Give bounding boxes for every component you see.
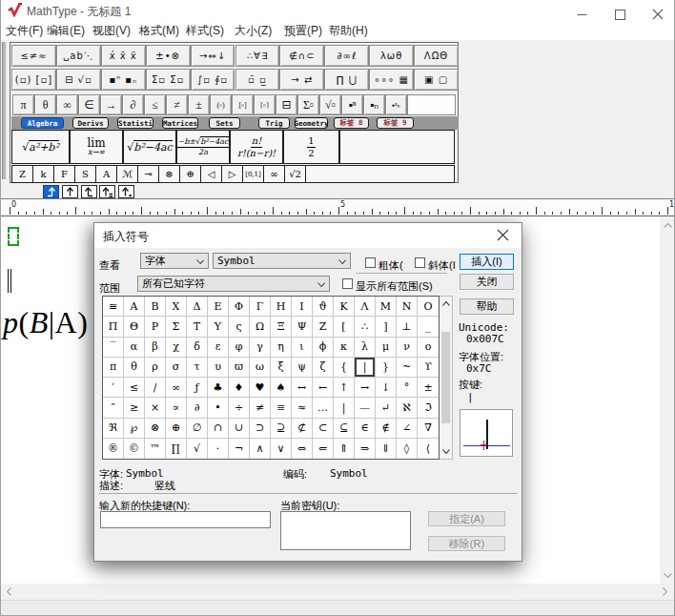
symbol-cell[interactable]: ∴	[355, 317, 376, 337]
ruler[interactable]: 0510	[0, 198, 675, 216]
template-palette-button-4[interactable]: Σ▫ Σ▫	[146, 69, 191, 91]
symbol-cell[interactable]: ε	[208, 338, 229, 358]
symbol-cell[interactable]: μ	[376, 338, 397, 358]
symbol-cell[interactable]: {	[334, 358, 355, 378]
symbol-cell[interactable]: ©	[124, 439, 145, 459]
symbol-cell[interactable]: υ	[208, 358, 229, 378]
small-bar-button-8[interactable]: ≠	[166, 94, 188, 115]
toolbar-gripper[interactable]	[2, 42, 7, 179]
tab-stop-decimal-button[interactable]	[99, 185, 115, 198]
symbol-cell[interactable]: —	[355, 398, 376, 418]
symbol-cell[interactable]: Z	[313, 317, 334, 337]
symbol-cell[interactable]: ⊇	[271, 419, 292, 439]
symbol-cell[interactable]: N	[397, 297, 418, 317]
palette-tab-标签-9[interactable]: 标签 9	[377, 117, 414, 129]
palette-tab-derivs[interactable]: Derivs	[72, 117, 109, 129]
symbol-cell[interactable]: ∏	[166, 439, 187, 459]
template-palette-button-8[interactable]: ∏ ⋃	[324, 69, 369, 91]
menu-item-5[interactable]: 样式(S)	[186, 23, 224, 39]
symbol-cell[interactable]: ⇐	[313, 439, 334, 459]
symbol-cell[interactable]: τ	[187, 358, 208, 378]
show-all-ranges-checkbox[interactable]	[342, 278, 353, 289]
symbol-palette-button-3[interactable]: x́ x̄ ẍ	[101, 45, 146, 67]
small-bar-button-12[interactable]: {▫}	[254, 94, 276, 115]
symbol-cell[interactable]: ♦	[229, 378, 250, 398]
symbol-cell[interactable]: λ	[355, 338, 376, 358]
symbol-cell[interactable]: ⊆	[334, 419, 355, 439]
font-name-combobox[interactable]: Symbol	[213, 253, 351, 269]
symbol-cell[interactable]: ×	[145, 398, 166, 418]
symbol-cell[interactable]: ψ	[292, 358, 313, 378]
symbol-cell[interactable]: °	[397, 378, 418, 398]
menu-item-4[interactable]: 格式(M)	[139, 23, 179, 39]
symbol-cell[interactable]: ⊃	[250, 419, 271, 439]
symbol-cell[interactable]: ≅	[103, 297, 124, 317]
symbol-cell[interactable]: M	[376, 297, 397, 317]
tab-stop-bar-button[interactable]	[118, 185, 134, 198]
vertical-scrollbar[interactable]	[660, 216, 675, 584]
symbol-palette-button-8[interactable]: ∂∞ℓ	[324, 45, 369, 67]
symbol-cell[interactable]: π	[103, 358, 124, 378]
symbol-cell[interactable]: Θ	[124, 317, 145, 337]
horizontal-scrollbar[interactable]	[0, 584, 675, 600]
close-dialog-button[interactable]: 关闭	[460, 274, 514, 290]
symbol-cell[interactable]: ν	[397, 338, 418, 358]
user-symbol-button-8[interactable]: ⊗	[159, 166, 179, 182]
menu-item-8[interactable]: 帮助(H)	[329, 23, 368, 39]
expr-limit-button[interactable]: limx→∞	[71, 131, 122, 163]
tab-stop-right-button[interactable]	[81, 185, 97, 198]
small-bar-button-16[interactable]: ▪ⁿ	[341, 94, 363, 115]
symbol-cell[interactable]: Y	[208, 317, 229, 337]
symbol-cell[interactable]: ϕ	[313, 338, 334, 358]
symbol-cell[interactable]: ∉	[376, 419, 397, 439]
symbol-cell[interactable]: ρ	[145, 358, 166, 378]
symbol-cell[interactable]: ∈	[355, 419, 376, 439]
user-symbol-button-5[interactable]: A	[96, 166, 116, 182]
symbol-cell[interactable]: ℜ	[103, 419, 124, 439]
symbol-cell[interactable]: ♠	[271, 378, 292, 398]
symbol-cell[interactable]: ⊗	[145, 419, 166, 439]
bold-checkbox[interactable]	[365, 257, 376, 268]
symbol-cell[interactable]: ∠	[397, 419, 418, 439]
symbol-palette-button-7[interactable]: ∉∩⊂	[279, 45, 324, 67]
symbol-cell[interactable]: ⇓	[376, 439, 397, 459]
user-symbol-button-4[interactable]: S	[75, 166, 95, 182]
symbol-cell[interactable]: X	[166, 297, 187, 317]
dialog-close-button[interactable]	[488, 223, 517, 247]
symbol-cell[interactable]: |	[355, 358, 376, 378]
symbol-cell[interactable]: ℵ	[397, 398, 418, 418]
symbol-palette-button-2[interactable]: ␣ab⋱	[56, 45, 101, 67]
menu-item-3[interactable]: 视图(V)	[92, 23, 131, 39]
symbol-cell[interactable]: γ	[250, 338, 271, 358]
palette-tab-sets[interactable]: Sets	[209, 117, 240, 129]
palette-tab-trig[interactable]: Trig	[258, 117, 290, 129]
template-palette-button-10[interactable]: ▣ ▢	[414, 69, 459, 91]
symbol-cell[interactable]: ⟨	[418, 439, 439, 459]
menu-item-6[interactable]: 大小(Z)	[235, 23, 272, 39]
symbol-cell[interactable]: β	[145, 338, 166, 358]
template-palette-button-7[interactable]: → ⇄	[279, 69, 324, 91]
symbol-cell[interactable]: Φ	[229, 297, 250, 317]
symbol-cell[interactable]: Ξ	[271, 317, 292, 337]
symbol-cell[interactable]: ∅	[187, 419, 208, 439]
user-symbol-button-12[interactable]: [0,1]	[243, 166, 263, 182]
symbol-cell[interactable]: ⇔	[292, 439, 313, 459]
user-symbol-button-14[interactable]: √2	[285, 166, 305, 182]
small-bar-button-5[interactable]: →	[100, 94, 122, 115]
symbol-palette-button-5[interactable]: →⇔↓	[191, 45, 235, 67]
symbol-cell[interactable]: •	[208, 398, 229, 418]
symbol-cell[interactable]: }	[376, 358, 397, 378]
template-palette-button-1[interactable]: (▫) [▫]	[11, 69, 56, 91]
symbol-cell[interactable]: ′	[103, 378, 124, 398]
symbol-cell[interactable]: ƒ	[187, 378, 208, 398]
symbol-cell[interactable]: σ	[166, 358, 187, 378]
symbol-cell[interactable]: [	[334, 317, 355, 337]
symbol-cell[interactable]: ∝	[166, 398, 187, 418]
current-keys-listbox[interactable]	[280, 511, 411, 550]
remove-button[interactable]: 移除(R)	[428, 536, 505, 551]
small-bar-button-15[interactable]: √▫	[319, 94, 341, 115]
symbol-cell[interactable]: ~	[397, 358, 418, 378]
tab-stop-left-button[interactable]	[43, 185, 59, 198]
small-bar-button-6[interactable]: ∂	[122, 94, 144, 115]
assign-button[interactable]: 指定(A)	[428, 511, 505, 526]
